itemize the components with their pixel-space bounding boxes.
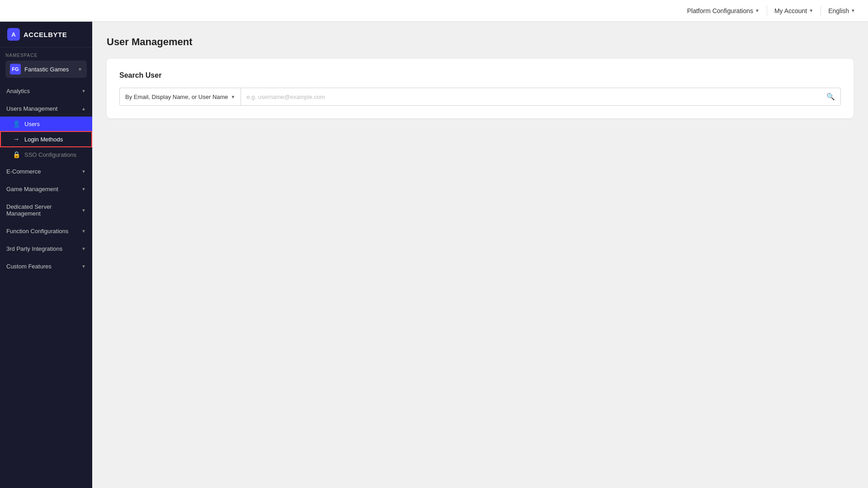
sidebar-item-sso-configurations[interactable]: 🔒 SSO Configurations <box>0 147 92 162</box>
sso-icon: 🔒 <box>13 151 20 158</box>
search-input[interactable] <box>241 94 821 100</box>
custom-features-label: Custom Features <box>6 263 52 270</box>
search-row: By Email, Display Name, or User Name ▼ 🔍 <box>119 88 841 106</box>
page-title: User Management <box>107 36 854 48</box>
game-management-chevron: ▼ <box>81 187 86 192</box>
analytics-chevron: ▼ <box>81 89 86 94</box>
main-content: User Management Search User By Email, Di… <box>92 22 868 488</box>
analytics-section: Analytics ▼ <box>0 83 92 99</box>
sso-configurations-label: SSO Configurations <box>24 151 76 158</box>
users-management-section: Users Management ▲ 👤 Users → Login Metho… <box>0 101 92 162</box>
search-card-title: Search User <box>119 71 841 80</box>
third-party-chevron: ▼ <box>81 246 86 251</box>
namespace-name: Fantastic Games <box>24 66 74 73</box>
namespace-arrow: ▼ <box>78 67 82 72</box>
namespace-label: NAMESPACE <box>5 53 87 58</box>
language-chevron: ▼ <box>851 8 855 13</box>
language-menu[interactable]: English ▼ <box>823 5 861 17</box>
platform-configurations-label: Platform Configurations <box>687 7 753 14</box>
namespace-badge: FG <box>10 64 21 75</box>
analytics-header[interactable]: Analytics ▼ <box>0 83 92 99</box>
third-party-section: 3rd Party Integrations ▼ <box>0 241 92 257</box>
users-label: Users <box>24 121 40 127</box>
third-party-header[interactable]: 3rd Party Integrations ▼ <box>0 241 92 257</box>
function-configurations-header[interactable]: Function Configurations ▼ <box>0 223 92 239</box>
users-management-chevron: ▲ <box>81 106 86 111</box>
sidebar-item-users[interactable]: 👤 Users <box>0 117 92 131</box>
topnav: Platform Configurations ▼ My Account ▼ E… <box>0 0 868 22</box>
logo-area: A ACCELBYTE <box>0 22 92 47</box>
ecommerce-header[interactable]: E-Commerce ▼ <box>0 164 92 179</box>
search-type-dropdown[interactable]: By Email, Display Name, or User Name ▼ <box>119 88 241 106</box>
dedicated-server-header[interactable]: Dedicated Server Management ▼ <box>0 199 92 221</box>
search-input-wrap: 🔍 <box>241 88 841 106</box>
login-methods-label: Login Methods <box>24 136 63 143</box>
game-management-header[interactable]: Game Management ▼ <box>0 181 92 197</box>
custom-features-chevron: ▼ <box>81 264 86 269</box>
namespace-section: NAMESPACE FG Fantastic Games ▼ <box>0 47 92 81</box>
platform-configurations-menu[interactable]: Platform Configurations ▼ <box>682 5 765 17</box>
my-account-label: My Account <box>774 7 807 14</box>
dedicated-server-label: Dedicated Server Management <box>6 203 81 217</box>
ecommerce-chevron: ▼ <box>81 169 86 174</box>
game-management-section: Game Management ▼ <box>0 181 92 197</box>
custom-features-header[interactable]: Custom Features ▼ <box>0 258 92 274</box>
platform-configurations-chevron: ▼ <box>755 8 760 13</box>
my-account-menu[interactable]: My Account ▼ <box>769 5 819 17</box>
logo-icon: A <box>7 28 20 41</box>
users-management-label: Users Management <box>6 105 57 112</box>
game-management-label: Game Management <box>6 186 58 192</box>
login-methods-icon: → <box>13 136 20 143</box>
function-configurations-section: Function Configurations ▼ <box>0 223 92 239</box>
third-party-label: 3rd Party Integrations <box>6 245 62 252</box>
layout: A ACCELBYTE NAMESPACE FG Fantastic Games… <box>0 22 868 488</box>
topnav-divider-1 <box>767 5 767 16</box>
language-label: English <box>828 7 849 14</box>
namespace-selector[interactable]: FG Fantastic Games ▼ <box>5 61 87 78</box>
custom-features-section: Custom Features ▼ <box>0 258 92 274</box>
function-configurations-chevron: ▼ <box>81 229 86 234</box>
users-management-header[interactable]: Users Management ▲ <box>0 101 92 117</box>
search-dropdown-label: By Email, Display Name, or User Name <box>125 94 228 100</box>
search-dropdown-chevron: ▼ <box>231 94 236 99</box>
sidebar-item-login-methods[interactable]: → Login Methods <box>0 131 92 147</box>
sidebar: A ACCELBYTE NAMESPACE FG Fantastic Games… <box>0 22 92 488</box>
users-icon: 👤 <box>13 120 20 127</box>
function-configurations-label: Function Configurations <box>6 228 68 235</box>
analytics-label: Analytics <box>6 88 30 94</box>
my-account-chevron: ▼ <box>809 8 813 13</box>
ecommerce-label: E-Commerce <box>6 168 41 175</box>
dedicated-server-section: Dedicated Server Management ▼ <box>0 199 92 221</box>
ecommerce-section: E-Commerce ▼ <box>0 164 92 179</box>
search-card: Search User By Email, Display Name, or U… <box>107 59 854 118</box>
dedicated-server-chevron: ▼ <box>81 208 86 213</box>
logo-text: ACCELBYTE <box>24 31 67 38</box>
search-icon[interactable]: 🔍 <box>821 93 840 101</box>
topnav-divider-2 <box>821 5 821 16</box>
